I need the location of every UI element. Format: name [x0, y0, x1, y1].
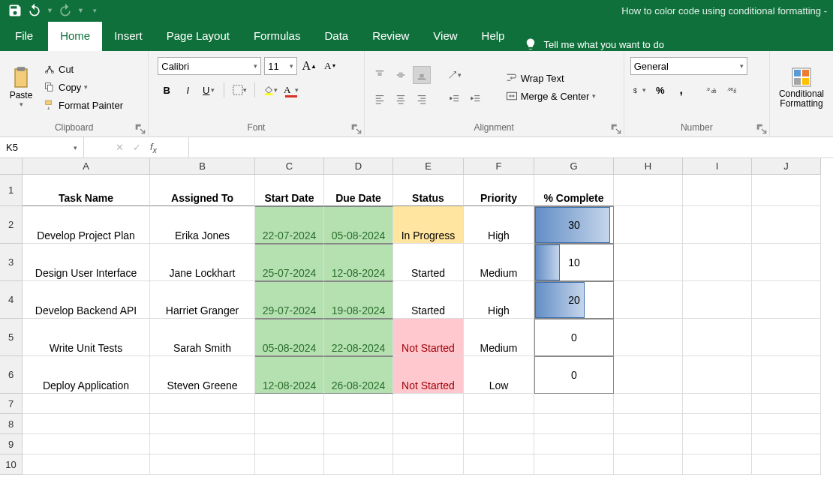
- cell[interactable]: Develop Backend API: [23, 281, 150, 319]
- cell[interactable]: [393, 394, 464, 414]
- increase-decimal-icon[interactable]: .0.00: [702, 81, 720, 99]
- align-middle-icon[interactable]: [392, 66, 410, 84]
- cell[interactable]: 26-08-2024: [324, 356, 393, 394]
- font-color-button[interactable]: A▾: [282, 81, 300, 99]
- undo-icon[interactable]: [27, 3, 42, 18]
- cell[interactable]: [683, 281, 752, 319]
- tab-file[interactable]: File: [0, 22, 48, 51]
- cell[interactable]: [255, 454, 324, 475]
- cut-button[interactable]: Cut: [41, 62, 126, 76]
- cell[interactable]: [464, 394, 534, 414]
- cell[interactable]: [614, 281, 683, 319]
- cell[interactable]: [752, 206, 821, 244]
- accounting-format-icon[interactable]: $▾: [630, 81, 648, 99]
- cell[interactable]: High: [464, 281, 534, 319]
- paste-button[interactable]: Paste ▾: [6, 64, 36, 110]
- cell[interactable]: 05-08-2024: [255, 319, 324, 356]
- cell[interactable]: Harriet Granger: [150, 281, 255, 319]
- cell[interactable]: 0: [534, 319, 614, 356]
- formula-input[interactable]: [189, 137, 833, 158]
- tab-help[interactable]: Help: [470, 22, 517, 51]
- tab-page-layout[interactable]: Page Layout: [155, 22, 242, 51]
- cell[interactable]: [683, 319, 752, 356]
- copy-button[interactable]: Copy▾: [41, 80, 126, 94]
- cell[interactable]: Started: [393, 281, 464, 319]
- decrease-font-icon[interactable]: A▼: [321, 57, 339, 75]
- cell[interactable]: [534, 414, 614, 434]
- cell[interactable]: Task Name: [23, 175, 150, 206]
- cell[interactable]: [534, 434, 614, 454]
- qat-customize-icon[interactable]: ▾: [93, 7, 97, 14]
- tab-home[interactable]: Home: [48, 22, 102, 51]
- cell[interactable]: [393, 434, 464, 454]
- cell[interactable]: [614, 319, 683, 356]
- cell[interactable]: 12-08-2024: [255, 356, 324, 394]
- number-format-combo[interactable]: General▾: [630, 57, 747, 75]
- cell[interactable]: [614, 454, 683, 475]
- row-header[interactable]: 9: [0, 434, 23, 454]
- dropdown-icon[interactable]: ▼: [77, 7, 84, 14]
- cell[interactable]: [255, 434, 324, 454]
- merge-center-button[interactable]: Merge & Center▾: [503, 88, 623, 104]
- cell[interactable]: [23, 394, 150, 414]
- cell[interactable]: [752, 356, 821, 394]
- cell[interactable]: [752, 319, 821, 356]
- comma-format-icon[interactable]: ,: [672, 81, 690, 99]
- cell[interactable]: [255, 414, 324, 434]
- column-header[interactable]: G: [534, 158, 614, 175]
- cell[interactable]: 0: [534, 356, 614, 394]
- cell[interactable]: [393, 454, 464, 475]
- orientation-icon[interactable]: ▾: [446, 66, 464, 84]
- cell[interactable]: 22-08-2024: [324, 319, 393, 356]
- row-header[interactable]: 3: [0, 244, 23, 281]
- cell[interactable]: In Progress: [393, 206, 464, 244]
- cell[interactable]: [683, 175, 752, 206]
- column-header[interactable]: J: [752, 158, 821, 175]
- redo-icon[interactable]: [58, 3, 73, 18]
- column-header[interactable]: F: [464, 158, 534, 175]
- cell[interactable]: [614, 175, 683, 206]
- tab-insert[interactable]: Insert: [102, 22, 155, 51]
- align-bottom-icon[interactable]: [413, 66, 431, 84]
- cell[interactable]: [683, 394, 752, 414]
- cell[interactable]: [614, 394, 683, 414]
- cell[interactable]: [752, 394, 821, 414]
- cell[interactable]: Design User Interface: [23, 244, 150, 281]
- cell[interactable]: 20: [534, 281, 614, 319]
- cell[interactable]: Medium: [464, 319, 534, 356]
- row-header[interactable]: 1: [0, 175, 23, 206]
- cell[interactable]: [683, 434, 752, 454]
- increase-indent-icon[interactable]: [467, 90, 485, 108]
- row-header[interactable]: 5: [0, 319, 23, 356]
- align-right-icon[interactable]: [413, 90, 431, 108]
- column-header[interactable]: H: [614, 158, 683, 175]
- cell[interactable]: Start Date: [255, 175, 324, 206]
- name-box[interactable]: K5▾: [0, 137, 84, 158]
- cell[interactable]: [614, 244, 683, 281]
- tab-view[interactable]: View: [421, 22, 469, 51]
- cell[interactable]: 05-08-2024: [324, 206, 393, 244]
- cell[interactable]: [324, 434, 393, 454]
- dialog-launcher-icon[interactable]: [351, 124, 362, 134]
- conditional-formatting-button[interactable]: Conditional Formatting: [776, 64, 827, 110]
- cell[interactable]: Deploy Application: [23, 356, 150, 394]
- cell[interactable]: 25-07-2024: [255, 244, 324, 281]
- fx-icon[interactable]: fx: [150, 141, 157, 154]
- cell[interactable]: Not Started: [393, 319, 464, 356]
- cell[interactable]: High: [464, 206, 534, 244]
- dialog-launcher-icon[interactable]: [135, 124, 146, 134]
- column-header[interactable]: B: [150, 158, 255, 175]
- cell[interactable]: [23, 414, 150, 434]
- increase-font-icon[interactable]: A▲: [300, 57, 318, 75]
- align-center-icon[interactable]: [392, 90, 410, 108]
- font-name-combo[interactable]: Calibri▾: [158, 57, 261, 75]
- tab-review[interactable]: Review: [360, 22, 421, 51]
- cell[interactable]: [752, 434, 821, 454]
- cell[interactable]: [534, 454, 614, 475]
- align-top-icon[interactable]: [371, 66, 389, 84]
- italic-button[interactable]: I: [179, 81, 197, 99]
- borders-button[interactable]: ▾: [230, 81, 248, 99]
- cell[interactable]: [683, 454, 752, 475]
- decrease-decimal-icon[interactable]: .00.0: [723, 81, 741, 99]
- cell[interactable]: Sarah Smith: [150, 319, 255, 356]
